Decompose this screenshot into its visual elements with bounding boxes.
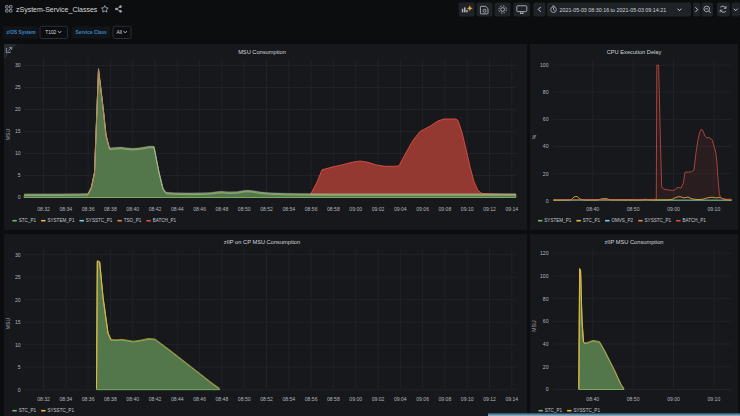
svg-text:15: 15: [15, 319, 21, 325]
svg-text:09:00: 09:00: [667, 206, 680, 212]
svg-text:08:34: 08:34: [59, 396, 72, 402]
svg-text:STC_P1: STC_P1: [19, 218, 37, 223]
svg-text:TSO_P1: TSO_P1: [124, 218, 142, 223]
svg-text:08:58: 08:58: [327, 206, 340, 212]
svg-text:09:08: 09:08: [439, 206, 452, 212]
svg-text:T102: T102: [45, 30, 56, 35]
svg-text:08:48: 08:48: [216, 206, 229, 212]
svg-text:60: 60: [543, 116, 549, 122]
svg-text:20: 20: [15, 106, 21, 112]
svg-text:09:02: 09:02: [372, 396, 385, 402]
svg-text:09:04: 09:04: [394, 206, 407, 212]
svg-text:zIIP MSU Consumption: zIIP MSU Consumption: [604, 239, 663, 245]
svg-text:SYSSTC_P1: SYSSTC_P1: [86, 218, 113, 223]
svg-text:MSU: MSU: [5, 129, 11, 141]
svg-text:10: 10: [15, 150, 21, 156]
svg-text:SYSSTC_P1: SYSSTC_P1: [645, 218, 672, 223]
svg-text:0: 0: [546, 386, 549, 392]
svg-text:08:58: 08:58: [327, 396, 340, 402]
svg-text:09:10: 09:10: [461, 206, 474, 212]
svg-text:08:34: 08:34: [59, 206, 72, 212]
svg-text:10: 10: [15, 342, 21, 348]
svg-text:09:00: 09:00: [349, 396, 362, 402]
svg-text:40: 40: [543, 341, 549, 347]
svg-text:08:38: 08:38: [104, 396, 117, 402]
svg-text:08:52: 08:52: [260, 396, 273, 402]
svg-text:08:50: 08:50: [238, 396, 251, 402]
svg-text:120: 120: [540, 250, 549, 256]
svg-text:2021-05-03 08:30:16 to 2021-05: 2021-05-03 08:30:16 to 2021-05-03 09:14:…: [560, 7, 667, 13]
svg-text:09:02: 09:02: [372, 206, 385, 212]
svg-text:08:50: 08:50: [627, 206, 640, 212]
svg-text:08:32: 08:32: [37, 396, 50, 402]
svg-text:20: 20: [543, 171, 549, 177]
svg-text:08:32: 08:32: [37, 206, 50, 212]
svg-text:All: All: [117, 30, 122, 35]
svg-text:09:12: 09:12: [483, 396, 496, 402]
svg-text:5: 5: [18, 364, 21, 370]
svg-text:08:44: 08:44: [171, 396, 184, 402]
svg-text:09:12: 09:12: [483, 206, 496, 212]
svg-text:15: 15: [15, 128, 21, 134]
svg-text:MSU Consumption: MSU Consumption: [238, 49, 286, 55]
svg-text:25: 25: [15, 84, 21, 90]
svg-text:09:14: 09:14: [505, 206, 518, 212]
svg-text:08:40: 08:40: [586, 206, 599, 212]
svg-text:08:50: 08:50: [627, 396, 640, 402]
svg-text:09:08: 09:08: [439, 396, 452, 402]
svg-text:zIIP on CP MSU Consumption: zIIP on CP MSU Consumption: [224, 239, 300, 245]
svg-text:BATCH_P1: BATCH_P1: [153, 218, 177, 223]
svg-text:Service Class: Service Class: [76, 30, 108, 35]
svg-text:5: 5: [18, 172, 21, 178]
svg-text:08:40: 08:40: [586, 396, 599, 402]
svg-text:08:44: 08:44: [171, 206, 184, 212]
svg-text:08:52: 08:52: [260, 206, 273, 212]
svg-text:CPU Execution Delay: CPU Execution Delay: [607, 49, 662, 55]
svg-text:08:56: 08:56: [305, 396, 318, 402]
svg-text:MSU: MSU: [531, 320, 537, 332]
svg-text:20: 20: [543, 364, 549, 370]
svg-text:09:06: 09:06: [416, 396, 429, 402]
svg-text:%: %: [531, 134, 537, 139]
svg-text:STC_P1: STC_P1: [583, 218, 601, 223]
svg-text:0: 0: [18, 387, 21, 393]
svg-text:60: 60: [543, 318, 549, 324]
svg-text:08:40: 08:40: [126, 206, 139, 212]
svg-text:08:42: 08:42: [149, 396, 162, 402]
svg-text:09:10: 09:10: [708, 206, 721, 212]
svg-text:08:42: 08:42: [149, 206, 162, 212]
svg-text:09:06: 09:06: [416, 206, 429, 212]
svg-text:STC_P1: STC_P1: [19, 408, 37, 413]
svg-text:80: 80: [543, 89, 549, 95]
svg-text:20: 20: [15, 297, 21, 303]
svg-text:08:38: 08:38: [104, 206, 117, 212]
svg-text:SYSSTC_P1: SYSSTC_P1: [47, 408, 74, 413]
svg-text:0: 0: [18, 194, 21, 200]
svg-text:zSystem-Service_Classes: zSystem-Service_Classes: [16, 6, 98, 14]
svg-text:25: 25: [15, 274, 21, 280]
svg-text:SYSTEM_P1: SYSTEM_P1: [544, 218, 572, 223]
svg-text:OMVS_P2: OMVS_P2: [611, 218, 633, 223]
svg-text:08:50: 08:50: [238, 206, 251, 212]
svg-text:100: 100: [540, 62, 549, 68]
svg-text:08:40: 08:40: [126, 396, 139, 402]
svg-text:09:00: 09:00: [667, 396, 680, 402]
svg-text:30: 30: [15, 252, 21, 258]
svg-text:08:36: 08:36: [82, 396, 95, 402]
svg-text:08:54: 08:54: [282, 206, 295, 212]
svg-text:40: 40: [543, 143, 549, 149]
svg-text:08:46: 08:46: [193, 396, 206, 402]
svg-text:09:14: 09:14: [505, 396, 518, 402]
svg-text:08:36: 08:36: [82, 206, 95, 212]
svg-text:80: 80: [543, 296, 549, 302]
svg-text:z/OS System: z/OS System: [6, 30, 35, 35]
svg-text:08:46: 08:46: [193, 206, 206, 212]
svg-text:08:56: 08:56: [305, 206, 318, 212]
svg-text:MSU: MSU: [5, 318, 11, 330]
svg-text:08:54: 08:54: [282, 396, 295, 402]
svg-text:SYSTEM_P1: SYSTEM_P1: [47, 218, 75, 223]
svg-text:09:04: 09:04: [394, 396, 407, 402]
svg-text:30: 30: [15, 62, 21, 68]
svg-text:100: 100: [540, 273, 549, 279]
svg-text:08:48: 08:48: [216, 396, 229, 402]
